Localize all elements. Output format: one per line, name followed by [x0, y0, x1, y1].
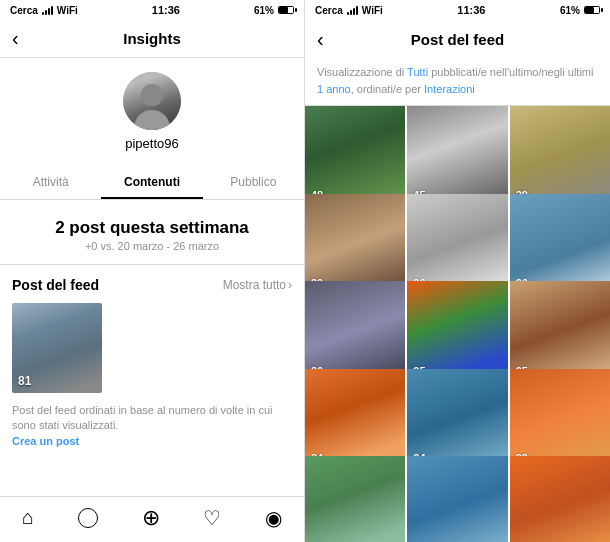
- right-panel: Cerca WiFi 11:36 61% ‹ Post del feed Vis…: [305, 0, 610, 542]
- right-nav-header: ‹ Post del feed: [305, 20, 610, 58]
- sub-stat: +0 vs. 20 marzo - 26 marzo: [0, 240, 304, 252]
- right-time: 11:36: [457, 4, 485, 16]
- left-signal: [42, 6, 53, 15]
- search-icon: [78, 508, 98, 528]
- username: pipetto96: [125, 136, 179, 151]
- left-back-button[interactable]: ‹: [12, 27, 19, 50]
- nav-home[interactable]: ⌂: [22, 506, 34, 529]
- grid-item-8[interactable]: 35: [407, 281, 507, 381]
- heart-icon: ♡: [203, 506, 221, 530]
- grid-item-10[interactable]: 34: [305, 369, 405, 469]
- right-page-title: Post del feed: [411, 31, 504, 48]
- grid-item-7[interactable]: 36: [305, 281, 405, 381]
- right-battery-pct: 61%: [560, 5, 580, 16]
- nav-profile[interactable]: ◉: [265, 506, 282, 530]
- post-description: Post del feed ordinati in base al numero…: [12, 403, 292, 449]
- left-status-bar: Cerca WiFi 11:36 61%: [0, 0, 304, 20]
- left-battery-icon: [278, 6, 294, 14]
- tab-pubblico[interactable]: Pubblico: [203, 167, 304, 199]
- right-battery-icon: [584, 6, 600, 14]
- left-page-title: Insights: [123, 30, 181, 47]
- post-feed-section: Post del feed Mostra tutto › 81 Post del…: [0, 265, 304, 496]
- right-back-button[interactable]: ‹: [317, 28, 324, 51]
- post-feed-label: Post del feed: [12, 277, 99, 293]
- grid-item-5[interactable]: 36: [407, 194, 507, 294]
- post-feed-header: Post del feed Mostra tutto ›: [12, 277, 292, 293]
- grid-thumbnail: [305, 456, 405, 542]
- profile-icon: ◉: [265, 506, 282, 530]
- right-wifi-icon: WiFi: [362, 5, 383, 16]
- post-thumbnail-wrapper[interactable]: 81: [12, 303, 102, 393]
- right-status-left: Cerca WiFi: [315, 5, 383, 16]
- tab-attivita[interactable]: Attività: [0, 167, 101, 199]
- grid-item-15[interactable]: [510, 456, 610, 542]
- right-status-right: 61%: [560, 5, 600, 16]
- left-status-right: 61%: [254, 5, 294, 16]
- create-post-link[interactable]: Crea un post: [12, 435, 79, 447]
- add-icon: ⊕: [142, 505, 160, 531]
- grid-item-4[interactable]: 39: [305, 194, 405, 294]
- tabs: Attività Contenuti Pubblico: [0, 167, 304, 200]
- nav-search[interactable]: [78, 508, 98, 528]
- grid-item-12[interactable]: 33: [510, 369, 610, 469]
- avatar-image: [123, 72, 181, 130]
- nav-heart[interactable]: ♡: [203, 506, 221, 530]
- feed-header-text: Visualizzazione di Tutti pubblicati/e ne…: [305, 58, 610, 106]
- tab-contenuti[interactable]: Contenuti: [101, 167, 202, 199]
- left-panel: Cerca WiFi 11:36 61% ‹ Insights pipetto9…: [0, 0, 305, 542]
- right-status-bar: Cerca WiFi 11:36 61%: [305, 0, 610, 20]
- photo-grid: 484539393636363535343433: [305, 106, 610, 542]
- left-battery-pct: 61%: [254, 5, 274, 16]
- grid-thumbnail: [407, 456, 507, 542]
- grid-item-1[interactable]: 48: [305, 106, 405, 206]
- grid-item-6[interactable]: 36: [510, 194, 610, 294]
- avatar: [123, 72, 181, 130]
- grid-thumbnail: [510, 456, 610, 542]
- grid-item-9[interactable]: 35: [510, 281, 610, 381]
- grid-item-3[interactable]: 39: [510, 106, 610, 206]
- left-status-left: Cerca WiFi: [10, 5, 78, 16]
- stats-section: 2 post questa settimana +0 vs. 20 marzo …: [0, 200, 304, 265]
- show-all-button[interactable]: Mostra tutto ›: [223, 278, 292, 292]
- grid-item-13[interactable]: [305, 456, 405, 542]
- chevron-right-icon: ›: [288, 278, 292, 292]
- bottom-nav: ⌂ ⊕ ♡ ◉: [0, 496, 304, 542]
- home-icon: ⌂: [22, 506, 34, 529]
- grid-item-11[interactable]: 34: [407, 369, 507, 469]
- left-nav-header: ‹ Insights: [0, 20, 304, 58]
- left-time: 11:36: [152, 4, 180, 16]
- profile-section: pipetto96: [0, 58, 304, 159]
- nav-add[interactable]: ⊕: [142, 505, 160, 531]
- left-wifi-icon: WiFi: [57, 5, 78, 16]
- grid-item-14[interactable]: [407, 456, 507, 542]
- right-signal: [347, 6, 358, 15]
- left-app-name: Cerca: [10, 5, 38, 16]
- right-app-name: Cerca: [315, 5, 343, 16]
- grid-item-2[interactable]: 45: [407, 106, 507, 206]
- main-stat: 2 post questa settimana: [0, 218, 304, 238]
- post-count: 81: [18, 374, 31, 388]
